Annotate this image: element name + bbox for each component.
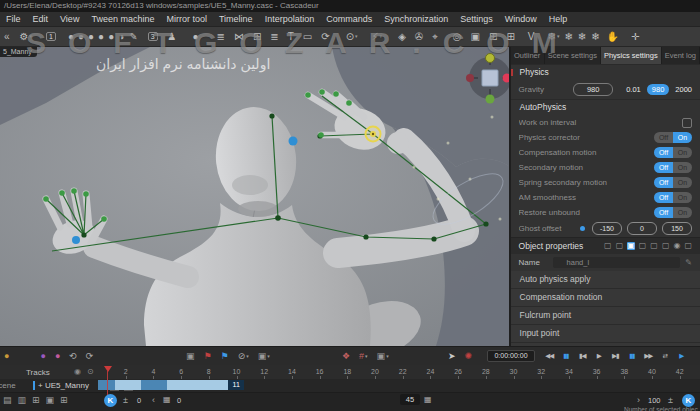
- physics-ball-purple-icon[interactable]: ●: [40, 352, 45, 361]
- text-tool-icon[interactable]: T: [288, 32, 294, 42]
- gravity-preset-0-01[interactable]: 0.01: [626, 85, 641, 94]
- snowflake-icon-2[interactable]: ❄: [564, 32, 572, 42]
- zoom-stepper-icon[interactable]: ±: [668, 395, 673, 405]
- add-track-icon[interactable]: ▣: [46, 394, 55, 406]
- mesh-icon[interactable]: ▣: [627, 242, 635, 250]
- menu-item-synchronization[interactable]: Synchronization: [378, 14, 454, 24]
- physics-corrector-on-button[interactable]: On: [673, 132, 692, 143]
- fast-forward-button[interactable]: ▶▶: [640, 352, 657, 360]
- viewport-canvas[interactable]: [0, 47, 509, 346]
- hand-icon[interactable]: ✋: [607, 32, 619, 42]
- menu-item-mirror-tool[interactable]: Mirror tool: [160, 14, 213, 24]
- track-name[interactable]: + UE5_Manny: [38, 381, 89, 390]
- ghost-box-icon[interactable]: ▣: [186, 352, 195, 361]
- compensation-motion-on-button[interactable]: On: [673, 147, 692, 158]
- clip-segment-3[interactable]: [141, 380, 167, 390]
- sphere-tool-icon[interactable]: ●: [193, 32, 199, 42]
- red-flag-icon[interactable]: ⚑: [204, 352, 212, 361]
- eye-icon[interactable]: ◉: [673, 242, 680, 250]
- lock-icon[interactable]: ⊙▾: [346, 32, 358, 42]
- track-visibility-icon[interactable]: ◉: [74, 368, 81, 376]
- menu-item-timeline[interactable]: Timeline: [213, 14, 259, 24]
- link-icon[interactable]: ⋈: [234, 32, 244, 42]
- menu-item-help[interactable]: Help: [543, 14, 574, 24]
- selection-frame-icon[interactable]: ⌖: [432, 32, 438, 42]
- physics-ball-gold-icon[interactable]: ●: [4, 352, 9, 361]
- restore-unbound-on-button[interactable]: On: [673, 207, 692, 218]
- frame-box-icon[interactable]: ▣▾: [258, 352, 270, 361]
- layout-rows-icon[interactable]: ▥: [18, 394, 27, 406]
- physics-ball-magenta-icon[interactable]: ●: [55, 352, 60, 361]
- secondary-motion-on-button[interactable]: On: [673, 162, 692, 173]
- camera-icon[interactable]: ✇: [415, 32, 423, 42]
- box-icon[interactable]: ▣: [471, 32, 480, 42]
- menu-item-view[interactable]: View: [54, 14, 85, 24]
- interval-clip-icon[interactable]: ▦: [424, 395, 432, 405]
- collapse-panel-icon[interactable]: «: [4, 32, 10, 42]
- v-tool-icon[interactable]: V: [528, 32, 535, 42]
- spring-secondary-motion-on-button[interactable]: On: [673, 177, 692, 188]
- copy-track-icon[interactable]: ⊞: [32, 394, 40, 406]
- menu-item-commands[interactable]: Commands: [320, 14, 378, 24]
- work-on-interval-checkbox[interactable]: [682, 118, 692, 128]
- frame-ruler[interactable]: 2468101214161820222426283032343638404244: [98, 365, 700, 379]
- prev-key-icon[interactable]: ‹: [152, 395, 155, 405]
- timeline-track-row[interactable]: Scene + UE5_Manny 11: [0, 379, 700, 393]
- grid-red-icon[interactable]: #▾: [359, 352, 368, 361]
- menu-item-tween-machine[interactable]: Tween machine: [85, 14, 160, 24]
- box1-icon[interactable]: ▢: [639, 242, 647, 250]
- menu-item-window[interactable]: Window: [499, 14, 543, 24]
- restore-unbound-off-button[interactable]: Off: [654, 207, 673, 218]
- gravity-input[interactable]: 980: [573, 83, 613, 96]
- grid-track-icon[interactable]: ⊞: [60, 394, 68, 406]
- stop-interval-button[interactable]: ▮▮: [624, 352, 641, 360]
- snowflake-icon-4[interactable]: ❄: [591, 32, 599, 42]
- property-section-input-point[interactable]: Input point: [511, 325, 700, 343]
- tab-physics-settings[interactable]: Physics settings: [601, 47, 662, 64]
- clip-segment-2[interactable]: [115, 380, 141, 390]
- key-grid-icon[interactable]: ▦: [163, 395, 171, 405]
- snowflake-icon-3[interactable]: ❄: [578, 32, 586, 42]
- frame-count-badge[interactable]: 3: [148, 32, 158, 41]
- clip-end-badge[interactable]: 11: [228, 380, 244, 390]
- refresh-icon[interactable]: ⟳: [321, 32, 329, 42]
- viewport[interactable]: 5_Manny اولین دانشنامه نرم افزار ایران: [0, 47, 509, 346]
- ghost-icon[interactable]: ▢: [616, 242, 624, 250]
- secondary-motion-off-button[interactable]: Off: [654, 162, 673, 173]
- ghost-offset-option-0[interactable]: 0: [627, 222, 657, 235]
- property-section-compensation-motion[interactable]: Compensation motion: [511, 289, 700, 307]
- prev-frame-button[interactable]: ▮◀: [574, 352, 591, 360]
- menu-item-file[interactable]: File: [0, 14, 27, 24]
- autophysics-section-header[interactable]: AutoPhysics: [511, 99, 700, 115]
- timecode-field[interactable]: 0:00:00:00: [487, 350, 535, 362]
- box3-icon[interactable]: ▢: [662, 242, 670, 250]
- sliders-icon[interactable]: ≣: [217, 32, 225, 42]
- play-physics-button[interactable]: ▶: [673, 352, 690, 360]
- joint-sphere-icon-2[interactable]: ●: [78, 32, 84, 42]
- joint-sphere-icon-5[interactable]: ●: [108, 32, 114, 42]
- timeline-expand-icon[interactable]: ›: [637, 395, 640, 405]
- ghost-offset-option--150[interactable]: -150: [592, 222, 622, 235]
- physics-section-header[interactable]: Physics: [511, 64, 700, 80]
- menu-item-interpolation[interactable]: Interpolation: [259, 14, 321, 24]
- pointer-icon[interactable]: ➤: [448, 352, 456, 361]
- ghost-offset-option-150[interactable]: 150: [662, 222, 692, 235]
- gravity-preset-980[interactable]: 980: [647, 84, 670, 95]
- track-lock-icon[interactable]: ⊙: [87, 368, 94, 376]
- copy-ghost-icon-2[interactable]: ⊞: [506, 32, 514, 42]
- ghost-frame-icon[interactable]: ▣▾: [377, 352, 389, 361]
- frame-icon[interactable]: ▢: [604, 242, 612, 250]
- selection-group-red-icon[interactable]: ❖: [342, 352, 350, 361]
- interval-end-field[interactable]: 45: [400, 394, 420, 405]
- property-section-auto-physics-apply[interactable]: Auto physics apply: [511, 271, 700, 289]
- gear-icon[interactable]: ⚙▾: [20, 32, 32, 42]
- pencil-icon[interactable]: ✎: [129, 32, 137, 42]
- brackets-icon[interactable]: ▭: [303, 32, 312, 42]
- panel-icon[interactable]: ▢: [684, 242, 692, 250]
- timeline-zoom-value[interactable]: 100: [648, 396, 661, 405]
- pause-button[interactable]: ▮▮: [558, 352, 575, 360]
- next-frame-button[interactable]: ▶▮: [607, 352, 624, 360]
- box2-icon[interactable]: ▢: [650, 242, 658, 250]
- no-ghost-icon[interactable]: ⊘▾: [238, 352, 249, 361]
- menu-item-edit[interactable]: Edit: [27, 14, 55, 24]
